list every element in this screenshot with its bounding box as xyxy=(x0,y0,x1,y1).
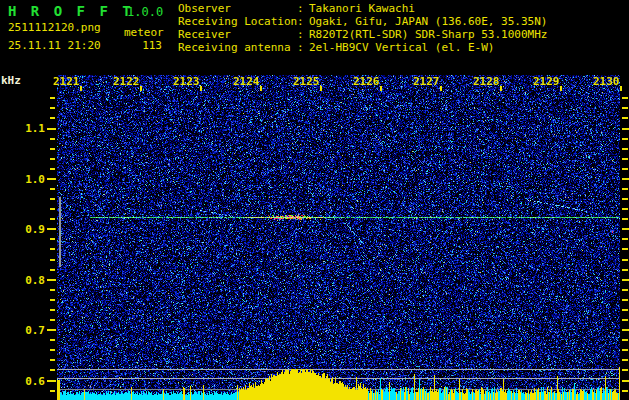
time-tick xyxy=(320,86,322,91)
freq-major-tick xyxy=(622,128,629,130)
info-label: Receiving Location xyxy=(178,16,297,28)
time-tick-label: 2130 xyxy=(593,76,620,87)
freq-tick-label: 0.8 xyxy=(15,275,45,286)
time-tick xyxy=(380,86,382,91)
info-row-antenna: Receiving antenna:2el-HB9CV Vertical (el… xyxy=(178,42,494,54)
freq-major-tick xyxy=(622,329,629,331)
freq-minor-tick xyxy=(622,349,628,351)
colon: : xyxy=(297,16,309,28)
freq-minor-tick xyxy=(622,248,628,250)
freq-minor-tick xyxy=(50,148,55,150)
time-tick xyxy=(440,86,442,91)
freq-minor-tick xyxy=(50,359,55,361)
mode-label: meteor xyxy=(124,27,164,39)
freq-minor-tick xyxy=(50,339,55,341)
info-value: Takanori Kawachi xyxy=(309,3,415,15)
freq-minor-tick xyxy=(622,309,628,311)
spectrogram-plot xyxy=(57,75,620,400)
freq-minor-tick xyxy=(50,97,55,99)
info-label: Observer xyxy=(178,3,297,15)
freq-minor-tick xyxy=(50,107,55,109)
freq-tick-label: 0.6 xyxy=(15,376,45,387)
time-tick xyxy=(200,86,202,91)
freq-minor-tick xyxy=(50,289,55,291)
freq-minor-tick xyxy=(50,218,55,220)
freq-minor-tick xyxy=(622,158,628,160)
freq-minor-tick xyxy=(622,299,628,301)
freq-minor-tick xyxy=(622,188,628,190)
freq-minor-tick xyxy=(622,259,628,261)
time-tick-label: 2123 xyxy=(173,76,200,87)
echo-count: 113 xyxy=(138,40,162,52)
time-tick-label: 2128 xyxy=(473,76,500,87)
freq-major-tick xyxy=(622,279,629,281)
freq-minor-tick xyxy=(50,319,55,321)
app-title: H R O F F T xyxy=(8,3,134,19)
freq-minor-tick xyxy=(622,138,628,140)
time-tick xyxy=(140,86,142,91)
freq-tick-label: 0.9 xyxy=(15,224,45,235)
freq-minor-tick xyxy=(50,238,55,240)
colon: : xyxy=(297,3,309,15)
freq-minor-tick xyxy=(622,238,628,240)
info-label: Receiving antenna xyxy=(178,42,297,54)
timestamp: 25.11.11 21:20 xyxy=(8,40,101,52)
freq-minor-tick xyxy=(50,269,55,271)
freq-axis-unit: kHz xyxy=(1,74,21,87)
time-tick xyxy=(500,86,502,91)
freq-major-tick xyxy=(47,228,56,230)
info-value: 2el-HB9CV Vertical (el. E-W) xyxy=(309,42,494,54)
info-label: Receiver xyxy=(178,29,297,41)
time-tick xyxy=(260,86,262,91)
time-tick-label: 2129 xyxy=(533,76,560,87)
colon: : xyxy=(297,42,309,54)
freq-minor-tick xyxy=(622,148,628,150)
freq-minor-tick xyxy=(622,359,628,361)
time-tick-label: 2125 xyxy=(293,76,320,87)
freq-minor-tick xyxy=(622,117,628,119)
time-tick-label: 2122 xyxy=(113,76,140,87)
time-tick-label: 2126 xyxy=(353,76,380,87)
time-tick-label: 2124 xyxy=(233,76,260,87)
freq-major-tick xyxy=(622,228,629,230)
freq-minor-tick xyxy=(622,198,628,200)
info-row-observer: Observer:Takanori Kawachi xyxy=(178,3,415,15)
freq-minor-tick xyxy=(50,390,55,392)
freq-minor-tick xyxy=(50,349,55,351)
freq-minor-tick xyxy=(50,309,55,311)
freq-tick-label: 0.7 xyxy=(15,325,45,336)
freq-minor-tick xyxy=(50,198,55,200)
freq-minor-tick xyxy=(50,138,55,140)
freq-minor-tick xyxy=(622,319,628,321)
freq-minor-tick xyxy=(50,248,55,250)
info-value: R820T2(RTL-SDR) SDR-Sharp 53.1000MHz xyxy=(309,29,547,41)
freq-minor-tick xyxy=(50,259,55,261)
freq-minor-tick xyxy=(622,107,628,109)
freq-minor-tick xyxy=(622,339,628,341)
time-tick-label: 2121 xyxy=(53,76,80,87)
time-tick xyxy=(620,86,622,91)
hrofft-screen: H R O F F T 1.0.0 2511112120.png meteor … xyxy=(0,0,629,400)
info-row-receiver: Receiver:R820T2(RTL-SDR) SDR-Sharp 53.10… xyxy=(178,29,547,41)
time-tick-label: 2127 xyxy=(413,76,440,87)
freq-major-tick xyxy=(47,279,56,281)
freq-minor-tick xyxy=(622,390,628,392)
freq-minor-tick xyxy=(622,289,628,291)
freq-minor-tick xyxy=(622,269,628,271)
freq-minor-tick xyxy=(50,299,55,301)
freq-minor-tick xyxy=(50,208,55,210)
freq-tick-label: 1.1 xyxy=(15,123,45,134)
freq-minor-tick xyxy=(622,369,628,371)
freq-major-tick xyxy=(622,178,629,180)
freq-tick-label: 1.0 xyxy=(15,174,45,185)
freq-major-tick xyxy=(47,380,56,382)
colon: : xyxy=(297,29,309,41)
info-value: Ogaki, Gifu, JAPAN (136.60E, 35.35N) xyxy=(309,16,547,28)
freq-minor-tick xyxy=(622,208,628,210)
freq-minor-tick xyxy=(50,369,55,371)
freq-minor-tick xyxy=(50,188,55,190)
freq-minor-tick xyxy=(50,117,55,119)
freq-major-tick xyxy=(47,128,56,130)
freq-minor-tick xyxy=(622,218,628,220)
freq-minor-tick xyxy=(50,168,55,170)
